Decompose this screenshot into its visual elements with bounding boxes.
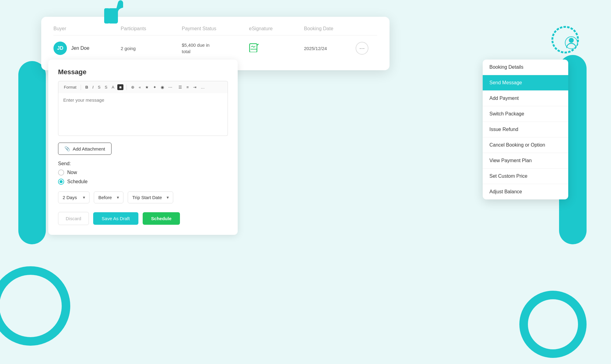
- payment-cell: $5,400 due in total: [182, 42, 249, 55]
- menu-item-booking-details[interactable]: Booking Details: [483, 60, 568, 75]
- schedule-button[interactable]: Schedule: [143, 212, 180, 225]
- radio-schedule-label: Schedule: [67, 179, 88, 184]
- send-label: Send:: [58, 161, 228, 166]
- buyer-name: Jen Doe: [71, 46, 90, 51]
- days-select-wrapper: 2 Days 1 Day 3 Days 1 Week ▼: [58, 191, 90, 203]
- menu-item-adjust-balance[interactable]: Adjust Balance: [483, 184, 568, 199]
- toolbar-media[interactable]: ◉: [159, 84, 165, 90]
- timing-select-wrapper: Before After ▼: [94, 191, 123, 203]
- actions-cell[interactable]: ⋯: [353, 42, 371, 55]
- esignature-cell: [249, 42, 304, 54]
- toolbar-format[interactable]: Format: [63, 84, 78, 90]
- toolbar-indent[interactable]: ⇥: [192, 84, 198, 90]
- toolbar-sparkle[interactable]: ✦: [152, 84, 158, 90]
- avatar: JD: [53, 42, 67, 55]
- radio-now-label: Now: [67, 170, 77, 175]
- context-menu: Booking Details Send Message Add Payment…: [483, 60, 568, 199]
- toolbar-italic[interactable]: I: [91, 84, 95, 90]
- toolbar-list2[interactable]: ≡: [185, 84, 190, 90]
- message-textarea[interactable]: [58, 93, 228, 136]
- payment-line1: $5,400 due in: [182, 42, 249, 48]
- toolbar-extra[interactable]: …: [199, 84, 206, 90]
- radio-now-circle[interactable]: [58, 169, 64, 176]
- menu-item-cancel-booking[interactable]: Cancel Booking or Option: [483, 137, 568, 153]
- radio-schedule-circle[interactable]: [58, 179, 64, 185]
- message-panel: Message Format B I S S A ■ ⊕ « ★ ✦ ◉ ⋯ ☰…: [48, 60, 238, 235]
- menu-item-add-payment[interactable]: Add Payment: [483, 91, 568, 106]
- decorative-circle-right: [519, 291, 587, 358]
- message-panel-title: Message: [58, 68, 228, 76]
- toolbar-link[interactable]: ⊕: [130, 84, 136, 90]
- toolbar-quote[interactable]: «: [137, 84, 142, 90]
- toolbar-highlight[interactable]: ■: [117, 84, 123, 90]
- radio-now[interactable]: Now: [58, 169, 228, 176]
- discard-button[interactable]: Discard: [58, 212, 89, 225]
- buyer-cell: JD Jen Doe: [53, 42, 121, 55]
- menu-item-set-custom-price[interactable]: Set Custom Price: [483, 169, 568, 184]
- toolbar-separator-1: [81, 85, 81, 90]
- toolbar-more[interactable]: ⋯: [167, 84, 174, 90]
- menu-item-view-payment-plan[interactable]: View Payment Plan: [483, 153, 568, 169]
- action-buttons: Discard Save As Draft Schedule: [58, 212, 228, 225]
- menu-item-switch-package[interactable]: Switch Package: [483, 106, 568, 122]
- thumbs-up-icon: [101, 0, 131, 32]
- booking-date-cell: 2025/12/24: [304, 46, 353, 51]
- add-attachment-label: Add Attachment: [73, 146, 105, 151]
- editor-toolbar: Format B I S S A ■ ⊕ « ★ ✦ ◉ ⋯ ☰ ≡ ⇥ …: [58, 81, 228, 93]
- menu-item-send-message[interactable]: Send Message: [483, 75, 568, 91]
- date-select[interactable]: Trip Start Date Trip End Date Booking Da…: [128, 191, 173, 203]
- participants-cell: 2 going: [121, 46, 182, 51]
- toolbar-separator-2: [126, 85, 127, 90]
- decorative-bar-left: [18, 61, 46, 244]
- payment-line2: total: [182, 48, 249, 55]
- attachment-icon: 📎: [64, 146, 70, 151]
- toolbar-list1[interactable]: ☰: [177, 84, 183, 90]
- toolbar-strike2[interactable]: S: [104, 84, 109, 90]
- radio-group: Now Schedule: [58, 169, 228, 185]
- table-row: JD Jen Doe 2 going $5,400 due in total 2…: [53, 35, 377, 61]
- save-draft-button[interactable]: Save As Draft: [93, 212, 138, 225]
- radio-schedule[interactable]: Schedule: [58, 179, 228, 185]
- timing-select[interactable]: Before After: [94, 191, 123, 203]
- person-circles-icon: [544, 24, 580, 56]
- svg-rect-4: [250, 44, 257, 52]
- toolbar-star[interactable]: ★: [144, 84, 150, 90]
- toolbar-strike1[interactable]: S: [97, 84, 102, 90]
- header-payment-status: Payment Status: [182, 26, 249, 31]
- toolbar-color[interactable]: A: [111, 84, 116, 90]
- schedule-selects: 2 Days 1 Day 3 Days 1 Week ▼ Before Afte…: [58, 191, 228, 203]
- header-esignature: eSignature: [249, 26, 304, 31]
- days-select[interactable]: 2 Days 1 Day 3 Days 1 Week: [58, 191, 90, 203]
- add-attachment-button[interactable]: 📎 Add Attachment: [58, 143, 112, 155]
- svg-point-3: [569, 38, 574, 43]
- date-select-wrapper: Trip Start Date Trip End Date Booking Da…: [128, 191, 173, 203]
- header-booking-date: Booking Date: [304, 26, 353, 31]
- esignature-icon: [249, 45, 259, 54]
- row-actions-button[interactable]: ⋯: [356, 42, 368, 55]
- toolbar-bold[interactable]: B: [84, 84, 89, 90]
- svg-rect-0: [104, 9, 109, 23]
- menu-item-issue-refund[interactable]: Issue Refund: [483, 122, 568, 137]
